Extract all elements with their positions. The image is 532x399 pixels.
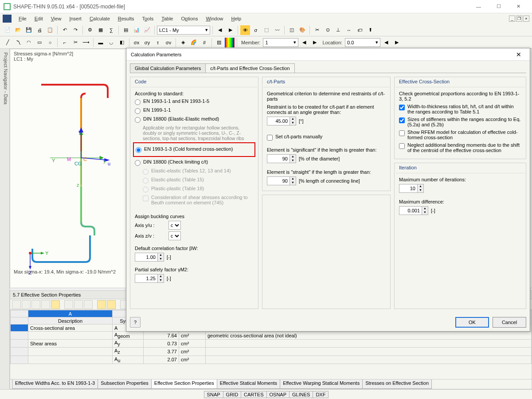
table-row[interactable]: Shear areasAy 0.73cm² bbox=[11, 340, 532, 348]
tau-icon[interactable]: τ bbox=[153, 38, 163, 47]
menu-results[interactable]: Results bbox=[114, 15, 138, 23]
radio-en1999-1-1[interactable] bbox=[135, 108, 141, 114]
menu-options[interactable]: Options bbox=[177, 15, 201, 23]
panel-btn-5[interactable] bbox=[51, 300, 60, 309]
result-tab[interactable]: Effective Statical Moments bbox=[217, 379, 280, 389]
status-segment[interactable]: GRID bbox=[223, 391, 242, 398]
color-scale-icon[interactable]: 🌈 bbox=[189, 38, 199, 47]
panel-btn-6[interactable] bbox=[64, 300, 73, 309]
polyline-icon[interactable]: 〽 bbox=[13, 38, 23, 47]
menu-view[interactable]: View bbox=[47, 15, 65, 23]
table-row[interactable]: Az 3.77cm² bbox=[11, 348, 532, 356]
panel-btn-10[interactable] bbox=[107, 300, 116, 309]
radio-en1993-1-3[interactable] bbox=[136, 147, 141, 153]
check-neglect[interactable] bbox=[399, 143, 405, 149]
open-icon[interactable]: 📂 bbox=[13, 25, 23, 35]
mdi-minimize-icon[interactable]: _ bbox=[509, 16, 515, 22]
sigma-v-icon[interactable]: σv bbox=[164, 38, 173, 47]
location-combo[interactable]: 0.0▾ bbox=[345, 38, 380, 47]
check-rfem[interactable] bbox=[399, 130, 405, 136]
view-mode-icon[interactable]: 👁 bbox=[240, 25, 250, 35]
mdi-restore-icon[interactable]: ❐ bbox=[516, 16, 522, 22]
table-row[interactable]: Au 2.07cm² bbox=[11, 356, 532, 364]
rainbow-icon[interactable] bbox=[225, 38, 235, 47]
copy-icon[interactable]: 📋 bbox=[45, 25, 55, 35]
arc-icon[interactable]: ◠ bbox=[24, 38, 34, 47]
check-stiffeners[interactable] bbox=[399, 117, 405, 123]
result-tab[interactable]: Subsection Properties bbox=[98, 379, 152, 389]
save-icon[interactable]: 💾 bbox=[24, 25, 34, 35]
rect-icon[interactable]: ▭ bbox=[35, 38, 44, 47]
panel-btn-9[interactable] bbox=[97, 300, 106, 309]
tab-ct-parts[interactable]: c/t-Parts and Effective Cross-Section bbox=[205, 63, 295, 73]
prev-icon[interactable]: ◀ bbox=[215, 25, 225, 35]
check-ratios[interactable] bbox=[399, 105, 405, 110]
status-segment[interactable]: DXF bbox=[313, 391, 329, 398]
trim-icon[interactable]: ✂ bbox=[70, 38, 80, 47]
close-button[interactable]: ✕ bbox=[509, 0, 528, 13]
status-segment[interactable]: OSNAP bbox=[266, 391, 290, 398]
redo-icon[interactable]: ↷ bbox=[70, 25, 80, 35]
render-icon[interactable]: ◫ bbox=[287, 25, 297, 35]
next-icon[interactable]: ▶ bbox=[226, 25, 235, 35]
ok-button[interactable]: OK bbox=[455, 317, 489, 328]
result-tab[interactable]: Effective Widths Acc. to EN 1993-1-3 bbox=[12, 379, 98, 389]
maximize-button[interactable]: ☐ bbox=[489, 0, 509, 13]
menu-file[interactable]: File bbox=[15, 15, 30, 23]
loc-prev-icon[interactable]: ◀ bbox=[381, 38, 391, 47]
result-tab[interactable]: Stresses on Effective Section bbox=[362, 379, 432, 389]
significant-spinner[interactable]: ▲▼ bbox=[267, 154, 296, 163]
minimize-button[interactable]: — bbox=[469, 0, 489, 13]
cell-icon[interactable]: ◧ bbox=[117, 38, 127, 47]
radio-en1993-1-1[interactable] bbox=[135, 99, 141, 105]
radio-din18800-check[interactable] bbox=[135, 160, 141, 166]
fillet-icon[interactable]: ⌐ bbox=[60, 38, 70, 47]
menu-insert[interactable]: Insert bbox=[66, 15, 85, 23]
status-segment[interactable]: GLINES bbox=[289, 391, 313, 398]
tab-global-params[interactable]: Global Calculation Parameters bbox=[130, 63, 206, 73]
gamma-spinner[interactable]: ▲▼ bbox=[135, 274, 164, 283]
status-segment[interactable]: CARTES bbox=[241, 391, 266, 398]
check-manual-ct[interactable] bbox=[267, 135, 273, 141]
member-next-icon[interactable]: ▶ bbox=[310, 38, 320, 47]
palette-icon[interactable]: 🎨 bbox=[297, 25, 307, 35]
menu-edit[interactable]: Edit bbox=[31, 15, 47, 23]
axes-icon[interactable]: ⊥ bbox=[333, 25, 343, 35]
loadcase-combo[interactable]: LC1 - My▾ bbox=[157, 26, 210, 35]
panel-btn-3[interactable] bbox=[31, 300, 40, 309]
menu-tools[interactable]: Tools bbox=[138, 15, 157, 23]
extend-icon[interactable]: ⟶ bbox=[81, 38, 91, 47]
arc-elem-icon[interactable]: ◡ bbox=[106, 38, 116, 47]
panel-btn-2[interactable] bbox=[22, 300, 31, 309]
print-icon[interactable]: 🖨 bbox=[35, 25, 44, 35]
menu-help[interactable]: Help bbox=[228, 15, 245, 23]
node-icon[interactable]: ⊙ bbox=[323, 25, 332, 35]
panel-btn-7[interactable] bbox=[74, 300, 83, 309]
export-icon[interactable]: ⬆ bbox=[365, 25, 375, 35]
panel-btn-1[interactable] bbox=[12, 300, 21, 309]
circle-icon[interactable]: ○ bbox=[45, 38, 55, 47]
axis-yu-select[interactable]: c bbox=[168, 221, 181, 230]
table-icon[interactable]: ▤ bbox=[121, 25, 131, 35]
dialog-close-icon[interactable]: ✕ bbox=[512, 51, 525, 58]
member-combo[interactable]: 1▾ bbox=[263, 38, 298, 47]
sigma-x-icon[interactable]: σx bbox=[132, 38, 141, 47]
axis-zv-select[interactable]: c bbox=[168, 231, 181, 240]
straight-spinner[interactable]: ▲▼ bbox=[267, 176, 296, 185]
graph-icon[interactable]: 📈 bbox=[142, 25, 152, 35]
undo-icon[interactable]: ↶ bbox=[60, 25, 70, 35]
calc-icon[interactable]: ∑ bbox=[106, 25, 116, 35]
member-sel-icon[interactable]: ✂ bbox=[312, 25, 322, 35]
project-navigator-tab[interactable]: Project Navigator - Data bbox=[0, 49, 10, 389]
menu-calculate[interactable]: Calculate bbox=[86, 15, 113, 23]
new-icon[interactable]: 📄 bbox=[3, 25, 12, 35]
result-toggle-icon[interactable]: ◈ bbox=[178, 38, 188, 47]
status-segment[interactable]: SNAP bbox=[204, 391, 223, 398]
settings-icon[interactable]: ⚙ bbox=[85, 25, 95, 35]
stress-icon[interactable]: σ bbox=[251, 25, 261, 35]
beta-spinner[interactable]: ▲▼ bbox=[135, 253, 164, 262]
report-icon[interactable]: 📊 bbox=[132, 25, 141, 35]
table-row[interactable]: Ageom 7.64cm²geometric cross-sectional a… bbox=[11, 332, 532, 340]
result-tab[interactable]: Effective Section Properties bbox=[151, 379, 217, 389]
menu-table[interactable]: Table bbox=[158, 15, 176, 23]
